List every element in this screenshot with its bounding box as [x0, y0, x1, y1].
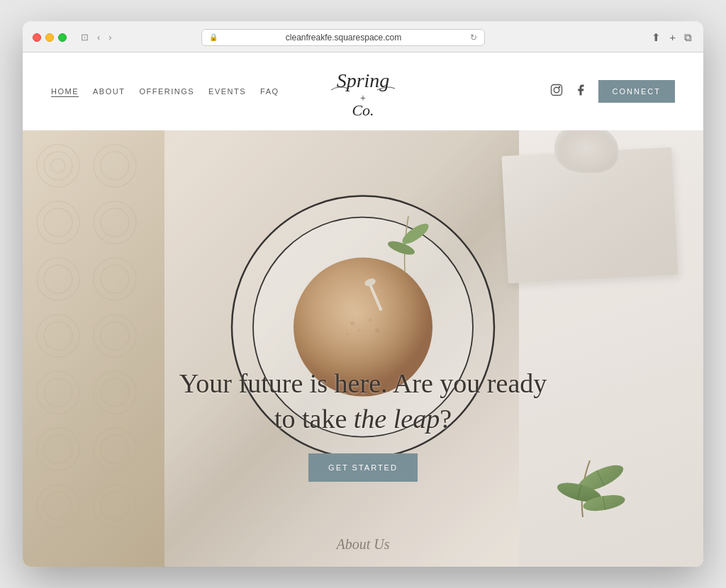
- about-peek: About Us: [23, 536, 703, 553]
- hero-headline-line2: to take: [274, 404, 354, 434]
- connect-button[interactable]: CONNeCT: [598, 80, 675, 103]
- minimize-button[interactable]: [45, 33, 54, 42]
- site-logo: Spring + Co.: [317, 60, 409, 123]
- hero-section: Your future is here. Are you ready to ta…: [23, 130, 703, 567]
- forward-button[interactable]: ›: [106, 31, 114, 43]
- svg-point-4: [554, 87, 559, 93]
- nav-about[interactable]: ABOUT: [93, 87, 125, 96]
- logo-svg: Spring + Co.: [317, 60, 409, 120]
- maximize-button[interactable]: [58, 33, 67, 42]
- site-header: HOME ABOUT OFFERINGS EVENTS FAQ Spring +…: [23, 52, 703, 130]
- nav-home[interactable]: HOME: [51, 87, 79, 96]
- nav-events[interactable]: EVENTS: [208, 87, 246, 96]
- back-button[interactable]: ‹: [94, 31, 103, 43]
- site-nav: HOME ABOUT OFFERINGS EVENTS FAQ: [51, 87, 279, 96]
- hero-headline-end: ?: [440, 404, 452, 434]
- hero-headline-italic: the leap: [354, 404, 440, 434]
- svg-text:Co.: Co.: [352, 101, 374, 119]
- facebook-icon[interactable]: [574, 84, 587, 99]
- hero-headline: Your future is here. Are you ready to ta…: [23, 366, 703, 436]
- hero-overlay: [23, 130, 703, 567]
- get-started-button[interactable]: GET STARTED: [308, 453, 418, 482]
- url-text: cleanfreakfe.squarespace.com: [222, 33, 466, 43]
- website: HOME ABOUT OFFERINGS EVENTS FAQ Spring +…: [23, 52, 703, 567]
- browser-actions: ⬆ + ⧉: [650, 30, 693, 45]
- svg-point-5: [559, 86, 559, 87]
- share-button[interactable]: ⬆: [650, 30, 662, 45]
- svg-rect-3: [551, 85, 562, 96]
- nav-faq[interactable]: FAQ: [260, 87, 279, 96]
- new-tab-button[interactable]: +: [668, 30, 677, 45]
- nav-offerings[interactable]: OFFERINGS: [139, 87, 194, 96]
- browser-chrome: ⊡ ‹ › 🔒 cleanfreakfe.squarespace.com ↻ ⬆…: [23, 21, 703, 52]
- hero-headline-line1: Your future is here. Are you ready: [179, 368, 547, 398]
- about-peek-label: About Us: [337, 536, 390, 552]
- refresh-icon[interactable]: ↻: [470, 33, 477, 43]
- browser-window: ⊡ ‹ › 🔒 cleanfreakfe.squarespace.com ↻ ⬆…: [23, 21, 703, 567]
- address-bar[interactable]: 🔒 cleanfreakfe.squarespace.com ↻: [201, 29, 485, 46]
- windows-button[interactable]: ⧉: [683, 30, 693, 45]
- window-icon[interactable]: ⊡: [78, 31, 91, 43]
- hero-content: Your future is here. Are you ready to ta…: [23, 366, 703, 482]
- traffic-lights: [33, 33, 67, 42]
- header-right: CONNeCT: [550, 80, 675, 103]
- instagram-icon[interactable]: [550, 84, 563, 99]
- close-button[interactable]: [33, 33, 41, 42]
- lock-icon: 🔒: [209, 33, 218, 41]
- browser-controls: ⊡ ‹ ›: [78, 31, 115, 43]
